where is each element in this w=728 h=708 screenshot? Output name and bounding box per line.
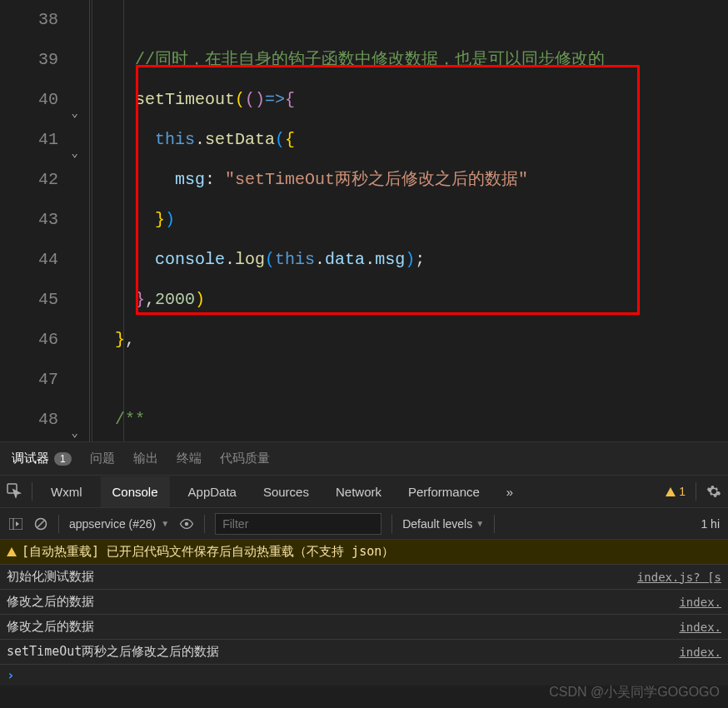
console-message: [自动热重载] 已开启代码文件保存后自动热重载（不支持 json） <box>22 544 394 560</box>
tab-output[interactable]: 输出 <box>133 451 158 466</box>
line-number: 47 <box>0 360 83 400</box>
console-message: 修改之后的数据 <box>7 619 94 635</box>
line-number: 44 <box>0 240 83 280</box>
console-toolbar: appservice (#26) ▼ Default levels ▼ 1 hi <box>0 508 728 540</box>
line-number: 42 <box>0 160 83 200</box>
tab-more[interactable]: » <box>498 485 521 499</box>
tab-appdata[interactable]: AppData <box>180 485 245 499</box>
console-row-warn: [自动热重载] 已开启代码文件保存后自动热重载（不支持 json） <box>0 540 728 565</box>
console-message: 初始化测试数据 <box>7 569 94 585</box>
code-editor[interactable]: 38 39 40⌄ 41⌄ 42 43 44 45 46 47 48⌄ //同时… <box>0 0 728 441</box>
code-line: }, <box>95 320 728 360</box>
fold-icon[interactable]: ⌄ <box>72 413 78 453</box>
code-line: this.setData({ <box>95 120 728 160</box>
tab-terminal[interactable]: 终端 <box>177 451 202 466</box>
devtools-tabs: Wxml Console AppData Sources Network Per… <box>0 475 728 508</box>
line-number: 48⌄ <box>0 400 83 440</box>
console-source-link[interactable]: index. <box>679 596 721 609</box>
line-number: 46 <box>0 320 83 360</box>
watermark: CSDN @小吴同学GOGOGO <box>549 684 720 701</box>
log-levels-select[interactable]: Default levels ▼ <box>402 517 484 531</box>
code-line: },2000) <box>95 280 728 320</box>
console-source-link[interactable]: index. <box>679 646 721 659</box>
tab-console[interactable]: Console <box>101 476 170 507</box>
console-output: [自动热重载] 已开启代码文件保存后自动热重载（不支持 json） 初始化测试数… <box>0 540 728 686</box>
tab-network[interactable]: Network <box>327 485 390 499</box>
code-line: //同时，在非自身的钩子函数中修改数据，也是可以同步修改的 <box>95 40 728 80</box>
code-line: setTimeout(()=>{ <box>95 80 728 120</box>
code-area[interactable]: //同时，在非自身的钩子函数中修改数据，也是可以同步修改的 setTimeout… <box>90 0 728 441</box>
svg-point-5 <box>185 521 189 526</box>
console-row: setTimeOut两秒之后修改之后的数据 index. <box>0 640 728 665</box>
filter-input[interactable] <box>215 513 381 535</box>
line-number: 38 <box>0 0 83 40</box>
debugger-badge: 1 <box>54 452 72 466</box>
tab-code-quality[interactable]: 代码质量 <box>220 451 270 466</box>
line-number: 41⌄ <box>0 120 83 160</box>
hidden-count: 1 hi <box>701 517 720 531</box>
console-source-link[interactable]: index.js? [s <box>637 571 721 584</box>
warning-icon <box>666 487 676 496</box>
console-row: 修改之后的数据 index. <box>0 590 728 615</box>
code-line: /** <box>95 400 728 440</box>
chevron-down-icon: ▼ <box>476 519 484 528</box>
chevron-down-icon: ▼ <box>161 519 169 528</box>
toggle-sidebar-icon[interactable] <box>8 516 23 531</box>
clear-console-icon[interactable] <box>33 516 48 531</box>
prompt-arrow-icon: › <box>7 667 15 683</box>
code-line <box>95 360 728 400</box>
console-message: setTimeOut两秒之后修改之后的数据 <box>7 644 219 660</box>
tab-sources[interactable]: Sources <box>255 485 317 499</box>
line-gutter: 38 39 40⌄ 41⌄ 42 43 44 45 46 47 48⌄ <box>0 0 90 441</box>
line-number: 40⌄ <box>0 80 83 120</box>
tab-debugger[interactable]: 调试器1 <box>12 451 72 466</box>
warnings-badge[interactable]: 1 <box>666 485 686 498</box>
settings-icon[interactable] <box>706 484 721 499</box>
eye-icon[interactable] <box>179 516 194 531</box>
bottom-panel-tabs: 调试器1 问题 输出 终端 代码质量 <box>0 441 728 475</box>
tab-wxml[interactable]: Wxml <box>42 485 91 499</box>
line-number: 43 <box>0 200 83 240</box>
console-row: 修改之后的数据 index. <box>0 615 728 640</box>
console-row: 初始化测试数据 index.js? [s <box>0 565 728 590</box>
inspect-element-icon[interactable] <box>7 483 22 501</box>
warning-icon <box>7 547 17 556</box>
console-message: 修改之后的数据 <box>7 594 94 610</box>
code-line: }) <box>95 200 728 240</box>
svg-line-4 <box>37 521 44 527</box>
code-line: msg: "setTimeOut两秒之后修改之后的数据" <box>95 160 728 200</box>
code-line: console.log(this.data.msg); <box>95 240 728 280</box>
console-prompt[interactable]: › <box>0 665 728 686</box>
tab-performance[interactable]: Performance <box>400 485 488 499</box>
context-select[interactable]: appservice (#26) ▼ <box>69 517 169 531</box>
console-source-link[interactable]: index. <box>679 621 721 634</box>
line-number: 39 <box>0 40 83 80</box>
code-line <box>95 0 728 40</box>
line-number: 45 <box>0 280 83 320</box>
tab-issues[interactable]: 问题 <box>90 451 115 466</box>
